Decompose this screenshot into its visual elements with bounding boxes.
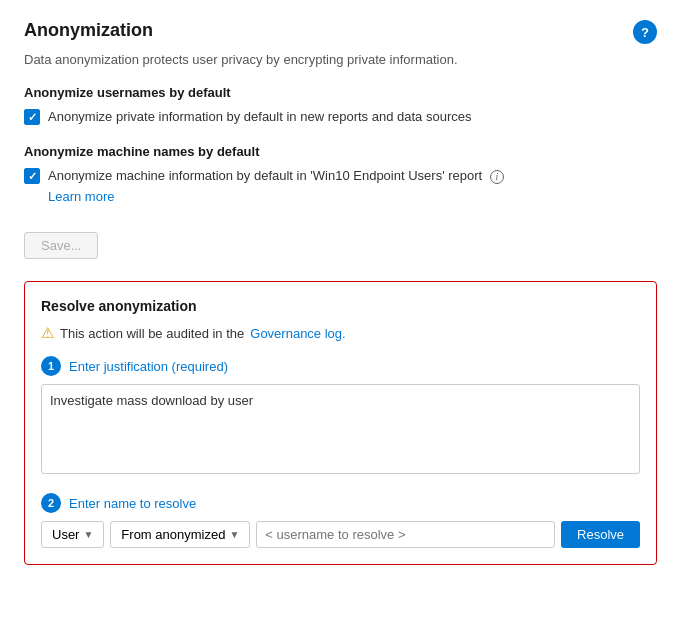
username-input[interactable]	[256, 521, 555, 548]
resolve-button[interactable]: Resolve	[561, 521, 640, 548]
from-anonymized-label: From anonymized	[121, 527, 225, 542]
page-title: Anonymization	[24, 20, 153, 41]
section-machines-title: Anonymize machine names by default	[24, 144, 657, 159]
step1-label: Enter justification (required)	[69, 359, 228, 374]
audit-row: ⚠ This action will be audited in the Gov…	[41, 324, 640, 342]
header-row: Anonymization ?	[24, 20, 657, 44]
page-container: Anonymization ? Data anonymization prote…	[0, 0, 681, 585]
resolve-inputs-row: User ▼ From anonymized ▼ Resolve	[41, 521, 640, 548]
help-icon[interactable]: ?	[633, 20, 657, 44]
step1-row: 1 Enter justification (required)	[41, 356, 640, 376]
checkbox-row-usernames: Anonymize private information by default…	[24, 108, 657, 126]
warning-icon: ⚠	[41, 324, 54, 342]
audit-text: This action will be audited in the	[60, 326, 244, 341]
learn-more-link[interactable]: Learn more	[48, 189, 114, 204]
chevron-down-icon: ▼	[83, 529, 93, 540]
save-button[interactable]: Save...	[24, 232, 98, 259]
checkbox-usernames-label: Anonymize private information by default…	[48, 108, 471, 126]
section-machines: Anonymize machine names by default Anony…	[24, 144, 657, 204]
step1-badge: 1	[41, 356, 61, 376]
step2-badge: 2	[41, 493, 61, 513]
section-usernames: Anonymize usernames by default Anonymize…	[24, 85, 657, 126]
from-anonymized-dropdown[interactable]: From anonymized ▼	[110, 521, 250, 548]
page-description: Data anonymization protects user privacy…	[24, 52, 657, 67]
section-usernames-title: Anonymize usernames by default	[24, 85, 657, 100]
checkbox-usernames[interactable]	[24, 109, 40, 125]
checkbox-machines-label: Anonymize machine information by default…	[48, 167, 504, 185]
user-type-dropdown[interactable]: User ▼	[41, 521, 104, 548]
step2-row: 2 Enter name to resolve	[41, 493, 640, 513]
info-icon[interactable]: i	[490, 170, 504, 184]
step2-label: Enter name to resolve	[69, 496, 196, 511]
resolve-section-title: Resolve anonymization	[41, 298, 640, 314]
resolve-section: Resolve anonymization ⚠ This action will…	[24, 281, 657, 565]
checkbox-row-machines: Anonymize machine information by default…	[24, 167, 657, 185]
checkbox-machines[interactable]	[24, 168, 40, 184]
governance-log-link[interactable]: Governance log.	[250, 326, 345, 341]
chevron-down-icon-2: ▼	[229, 529, 239, 540]
justification-textarea[interactable]: Investigate mass download by user	[41, 384, 640, 474]
save-button-container: Save...	[24, 222, 657, 277]
user-type-label: User	[52, 527, 79, 542]
